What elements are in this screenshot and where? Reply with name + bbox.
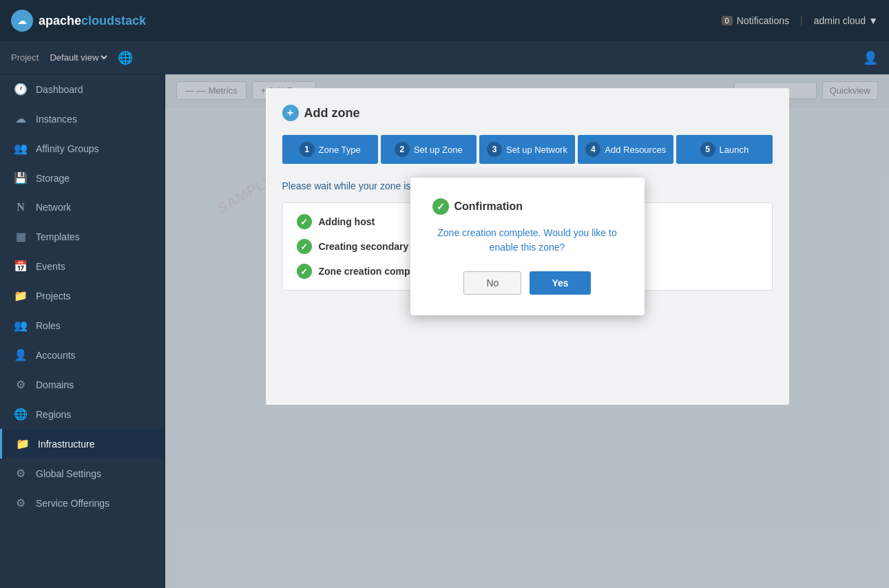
step-1-label: Zone Type xyxy=(319,145,361,155)
step-2-num: 2 xyxy=(395,142,410,157)
sidebar-item-templates[interactable]: ▦ Templates xyxy=(0,222,165,251)
step-4-label: Add Resources xyxy=(605,145,666,155)
dropdown-arrow-icon: ▼ xyxy=(868,15,878,26)
sidebar-item-storage[interactable]: 💾 Storage xyxy=(0,163,165,193)
confirm-no-button[interactable]: No xyxy=(463,271,521,295)
sidebar-item-label: Dashboard xyxy=(36,84,83,95)
profile-icon[interactable]: 👤 xyxy=(863,50,878,65)
check-icon-2: ✓ xyxy=(297,239,312,254)
content-area: — — Metrics + Add Zone Quickview SAMPLE … xyxy=(165,74,889,588)
notification-badge: 0 xyxy=(722,16,733,25)
logo-area: ☁ apachecloudstack xyxy=(11,10,146,32)
sidebar-item-label: Infrastructure xyxy=(38,439,94,450)
sub-navbar: Project Default view 🌐 👤 xyxy=(0,41,889,74)
templates-icon: ▦ xyxy=(14,230,28,243)
user-dropdown[interactable]: admin cloud ▼ xyxy=(814,15,878,26)
confirm-title: Confirmation xyxy=(454,200,523,213)
progress-item-1-label: Adding host xyxy=(319,216,375,227)
regions-icon: 🌐 xyxy=(14,408,28,421)
sidebar-item-label: Network xyxy=(36,202,71,213)
sidebar-item-label: Global Settings xyxy=(36,468,101,479)
dashboard-icon: 🕐 xyxy=(14,83,28,96)
sidebar-item-label: Events xyxy=(36,261,65,272)
sub-navbar-right: 👤 xyxy=(863,50,878,65)
sidebar-item-roles[interactable]: 👥 Roles xyxy=(0,311,165,340)
step-2-label: Set up Zone xyxy=(414,145,463,155)
domains-icon: ⚙ xyxy=(14,378,28,391)
sidebar-item-regions[interactable]: 🌐 Regions xyxy=(0,399,165,429)
add-zone-panel: + Add zone 1 Zone Type 2 Set up Zone xyxy=(266,88,789,405)
instances-icon: ☁ xyxy=(14,112,28,125)
notifications-label: Notifications xyxy=(737,15,789,26)
check-icon-3: ✓ xyxy=(297,264,312,279)
roles-icon: 👥 xyxy=(14,319,28,332)
top-navbar: ☁ apachecloudstack 0 Notifications | adm… xyxy=(0,0,889,41)
project-label: Project xyxy=(11,52,39,63)
navbar-separator: | xyxy=(800,15,803,26)
events-icon: 📅 xyxy=(14,260,28,273)
sidebar-item-label: Service Offerings xyxy=(36,498,109,509)
sidebar-item-label: Projects xyxy=(36,291,71,302)
no-label: No xyxy=(486,277,499,288)
projects-icon: 📁 xyxy=(14,289,28,302)
step-3-label: Set up Network xyxy=(506,145,567,155)
username-label: admin cloud xyxy=(814,15,866,26)
step-4-num: 4 xyxy=(585,142,600,157)
sidebar-item-events[interactable]: 📅 Events xyxy=(0,251,165,281)
main-layout: 🕐 Dashboard ☁ Instances 👥 Affinity Group… xyxy=(0,74,889,588)
step-tab-zone-type[interactable]: 1 Zone Type xyxy=(282,135,378,164)
sidebar-item-label: Domains xyxy=(36,379,74,390)
sidebar-item-projects[interactable]: 📁 Projects xyxy=(0,281,165,311)
global-settings-icon: ⚙ xyxy=(14,467,28,480)
service-offerings-icon: ⚙ xyxy=(14,496,28,510)
step-tab-setup-zone[interactable]: 2 Set up Zone xyxy=(381,135,477,164)
step-5-label: Launch xyxy=(720,145,749,155)
affinity-icon: 👥 xyxy=(14,142,28,155)
sidebar-item-infrastructure[interactable]: 📁 Infrastructure xyxy=(0,429,165,459)
globe-icon[interactable]: 🌐 xyxy=(118,50,133,65)
infrastructure-icon: 📁 xyxy=(16,437,30,450)
add-zone-plus-icon: + xyxy=(282,105,299,121)
sidebar-item-accounts[interactable]: 👤 Accounts xyxy=(0,340,165,370)
sidebar-item-label: Regions xyxy=(36,409,71,420)
sidebar-item-service-offerings[interactable]: ⚙ Service Offerings xyxy=(0,488,165,518)
confirm-check-icon: ✓ xyxy=(432,198,449,215)
navbar-right: 0 Notifications | admin cloud ▼ xyxy=(722,15,878,26)
modal-overlay: + Add zone 1 Zone Type 2 Set up Zone xyxy=(165,74,889,588)
confirm-yes-button[interactable]: Yes xyxy=(530,271,590,295)
confirm-header: ✓ Confirmation xyxy=(432,198,623,215)
sidebar-item-global-settings[interactable]: ⚙ Global Settings xyxy=(0,459,165,488)
step-tab-launch[interactable]: 5 Launch xyxy=(676,135,772,164)
step-tab-setup-network[interactable]: 3 Set up Network xyxy=(479,135,575,164)
sidebar-item-label: Templates xyxy=(36,231,80,242)
project-select[interactable]: Default view xyxy=(47,52,109,63)
network-icon: N xyxy=(14,201,28,213)
logo-text: apachecloudstack xyxy=(39,14,146,28)
sidebar-item-instances[interactable]: ☁ Instances xyxy=(0,104,165,134)
add-zone-title: + Add zone xyxy=(282,105,773,121)
confirm-buttons: No Yes xyxy=(432,271,623,295)
step-5-num: 5 xyxy=(700,142,715,157)
add-zone-heading: Add zone xyxy=(304,106,360,120)
sidebar-item-label: Instances xyxy=(36,114,77,125)
sidebar-item-network[interactable]: N Network xyxy=(0,193,165,222)
yes-label: Yes xyxy=(552,277,568,288)
sidebar-item-label: Affinity Groups xyxy=(36,143,99,154)
step-tab-add-resources[interactable]: 4 Add Resources xyxy=(578,135,673,164)
step-3-num: 3 xyxy=(487,142,502,157)
check-icon-1: ✓ xyxy=(297,214,312,229)
notifications-button[interactable]: 0 Notifications xyxy=(722,15,789,26)
confirmation-dialog: ✓ Confirmation Zone creation complete. W… xyxy=(410,178,645,315)
accounts-icon: 👤 xyxy=(14,348,28,361)
sidebar: 🕐 Dashboard ☁ Instances 👥 Affinity Group… xyxy=(0,74,165,588)
sidebar-item-domains[interactable]: ⚙ Domains xyxy=(0,370,165,399)
sidebar-item-label: Accounts xyxy=(36,350,76,361)
confirm-message: Zone creation complete. Would you like t… xyxy=(432,226,623,255)
step-1-num: 1 xyxy=(300,142,315,157)
sidebar-item-dashboard[interactable]: 🕐 Dashboard xyxy=(0,74,165,104)
step-tabs: 1 Zone Type 2 Set up Zone 3 Set up Netwo… xyxy=(282,135,773,164)
storage-icon: 💾 xyxy=(14,171,28,185)
sidebar-item-label: Roles xyxy=(36,320,61,331)
sidebar-item-label: Storage xyxy=(36,173,70,184)
sidebar-item-affinity-groups[interactable]: 👥 Affinity Groups xyxy=(0,134,165,163)
